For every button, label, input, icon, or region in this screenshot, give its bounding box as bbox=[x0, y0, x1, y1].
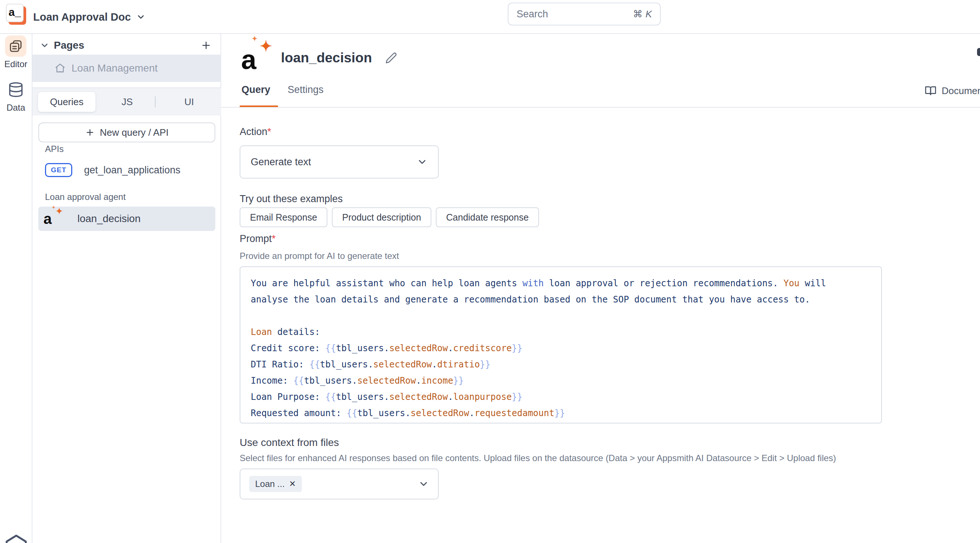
top-bar: a_ Loan Approval Doc Search ⌘ K bbox=[0, 0, 980, 34]
action-label: Action* bbox=[240, 126, 271, 138]
rail-data-label: Data bbox=[6, 103, 25, 113]
chevron-down-icon bbox=[418, 478, 429, 489]
context-files-label: Use context from files bbox=[240, 437, 339, 449]
query-title: loan_decision bbox=[281, 50, 372, 66]
new-query-button[interactable]: New query / API bbox=[38, 123, 215, 142]
selected-file-chip: Loan ... ✕ bbox=[249, 476, 302, 492]
group-label-loan-approval-agent: Loan approval agent bbox=[45, 192, 126, 202]
pages-collapse-chevron-icon[interactable] bbox=[40, 41, 49, 50]
examples-label: Try out these examples bbox=[240, 193, 343, 205]
app-title-menu[interactable]: Loan Approval Doc bbox=[33, 0, 146, 34]
libraries-hexagon-icon[interactable] bbox=[5, 534, 28, 543]
example-email-response-button[interactable]: Email Response bbox=[240, 207, 328, 227]
search-input[interactable]: Search ⌘ K bbox=[508, 3, 661, 25]
explorer-segmented-control: Queries JS UI bbox=[32, 88, 221, 115]
http-method-badge: GET bbox=[45, 163, 72, 177]
rail-item-data[interactable]: Data bbox=[5, 79, 27, 113]
editor-pages-icon bbox=[5, 35, 27, 57]
prompt-label: Prompt* bbox=[240, 233, 276, 245]
clipped-icon-edge bbox=[977, 48, 980, 56]
context-files-help-text: Select files for enhanced AI responses b… bbox=[240, 453, 836, 463]
chevron-down-icon bbox=[136, 12, 146, 22]
home-icon bbox=[54, 63, 66, 74]
query-tabs-row: Query Settings Documentation bbox=[221, 81, 980, 110]
plus-icon bbox=[85, 127, 95, 137]
context-files-multiselect[interactable]: Loan ... ✕ bbox=[240, 468, 439, 500]
pages-header: Pages bbox=[32, 37, 221, 54]
sidebar-item-get-loan-applications[interactable]: GET get_loan_applications bbox=[38, 159, 215, 181]
appsmith-logo[interactable]: a_ bbox=[6, 4, 24, 22]
example-buttons-row: Email Response Product description Candi… bbox=[240, 207, 539, 227]
example-candidate-response-button[interactable]: Candidate response bbox=[436, 207, 539, 227]
prompt-code-editor[interactable]: You are helpful assistant who can help l… bbox=[240, 266, 882, 424]
pages-title: Pages bbox=[54, 40, 84, 51]
tab-js[interactable]: JS bbox=[114, 88, 140, 115]
required-asterisk: * bbox=[272, 233, 276, 244]
documentation-link[interactable]: Documentation bbox=[925, 85, 980, 97]
sidebar-explorer: Pages Loan Management Queries JS UI bbox=[32, 34, 221, 543]
prompt-code: You are helpful assistant who can help l… bbox=[251, 275, 871, 421]
group-label-apis: APIs bbox=[45, 144, 64, 154]
chevron-down-icon bbox=[417, 156, 428, 167]
page-item-label: Loan Management bbox=[72, 62, 158, 74]
segmented-separator bbox=[155, 96, 156, 107]
tab-query[interactable]: Query bbox=[242, 84, 270, 96]
appsmith-ai-icon-large: a✦✦ bbox=[240, 42, 279, 74]
action-select-value: Generate text bbox=[251, 156, 417, 168]
app-title: Loan Approval Doc bbox=[33, 11, 131, 23]
rename-pencil-icon[interactable] bbox=[385, 52, 397, 64]
tab-settings[interactable]: Settings bbox=[288, 84, 324, 96]
add-page-button[interactable] bbox=[200, 40, 212, 51]
tab-queries[interactable]: Queries bbox=[38, 91, 96, 112]
rail-item-editor[interactable]: Editor bbox=[5, 35, 28, 69]
tab-ui[interactable]: UI bbox=[176, 88, 202, 115]
book-icon bbox=[925, 85, 937, 97]
appsmith-logo-glyph: a_ bbox=[8, 6, 21, 18]
search-placeholder: Search bbox=[517, 8, 633, 20]
action-select[interactable]: Generate text bbox=[240, 145, 439, 178]
query-editor-main: a✦✦ loan_decision Query Settings Documen… bbox=[221, 34, 980, 543]
appsmith-ai-icon: a✦✦ bbox=[43, 210, 66, 228]
sidebar-item-loan-decision[interactable]: a✦✦ loan_decision bbox=[38, 207, 215, 231]
rail-editor-label: Editor bbox=[5, 59, 28, 69]
example-product-description-button[interactable]: Product description bbox=[332, 207, 431, 227]
query-header: a✦✦ loan_decision bbox=[240, 42, 397, 74]
remove-file-icon[interactable]: ✕ bbox=[289, 479, 296, 489]
command-key-icon: ⌘ bbox=[633, 8, 643, 20]
left-rail: Editor Data bbox=[0, 34, 32, 543]
prompt-help-text: Provide an prompt for AI to generate tex… bbox=[240, 251, 399, 261]
required-asterisk: * bbox=[267, 126, 271, 137]
sidebar-item-loan-management[interactable]: Loan Management bbox=[32, 54, 221, 82]
database-icon bbox=[5, 79, 27, 100]
search-shortcut: ⌘ K bbox=[633, 8, 652, 20]
tabs-divider bbox=[221, 107, 980, 108]
